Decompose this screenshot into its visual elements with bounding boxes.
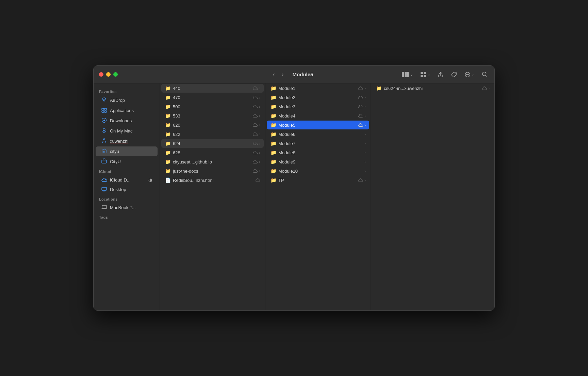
folder-icon: 📁: [165, 85, 171, 91]
folder-icon: 📁: [270, 177, 276, 183]
icloud-header: iCloud: [94, 167, 160, 175]
folder-icon: 📁: [165, 95, 171, 100]
forward-button[interactable]: ›: [280, 69, 286, 79]
folder-622[interactable]: 📁 622 ›: [161, 130, 264, 139]
svg-point-11: [468, 74, 469, 75]
folder-module7[interactable]: 📁 Module7 ›: [267, 139, 369, 148]
sidebar-item-CityU[interactable]: CityU: [96, 157, 158, 167]
downloads-icon: [101, 118, 107, 124]
CityU-icon: [101, 158, 107, 165]
folder-500[interactable]: 📁 500 ›: [161, 102, 264, 111]
on-my-mac-label: On My Mac: [110, 128, 152, 134]
close-button[interactable]: [99, 72, 103, 77]
svg-rect-3: [421, 72, 423, 74]
folder-module1[interactable]: 📁 Module1 ›: [267, 84, 369, 93]
folder-module5[interactable]: 📁 Module5 ›: [267, 121, 369, 129]
folder-icon: 📁: [165, 104, 171, 109]
sidebar-item-airdrop[interactable]: AirDrop: [96, 95, 158, 105]
folder-icon: 📁: [270, 168, 276, 174]
icloud-progress-icon: ◑: [148, 177, 152, 183]
minimize-button[interactable]: [106, 72, 111, 77]
sidebar-item-downloads[interactable]: Downloads: [96, 116, 158, 126]
folder-icon: 📁: [270, 131, 276, 137]
svg-rect-25: [102, 187, 107, 190]
folder-module8[interactable]: 📁 Module8 ›: [267, 148, 369, 157]
svg-line-13: [486, 75, 487, 77]
sidebar-item-xuwenzhi[interactable]: xuwenzhi: [96, 136, 158, 146]
cityu-icon: [101, 148, 107, 155]
applications-label: Applications: [110, 108, 152, 113]
svg-rect-1: [405, 72, 407, 77]
svg-point-14: [103, 100, 105, 101]
airdrop-icon: [101, 97, 107, 104]
folder-cs624[interactable]: 📁 cs624-in...xuwenzhi ›: [372, 84, 493, 93]
svg-rect-18: [104, 111, 107, 112]
folder-module4[interactable]: 📁 Module4 ›: [267, 111, 369, 120]
folder-icon: 📁: [270, 141, 276, 146]
svg-rect-22: [103, 151, 104, 153]
folder-470[interactable]: 📁 470 ›: [161, 93, 264, 102]
svg-rect-17: [102, 111, 104, 112]
folder-620[interactable]: 📁 620 ›: [161, 121, 264, 129]
columns-area: 📁 440 › 📁 470 › 📁: [160, 83, 494, 310]
svg-rect-23: [104, 151, 105, 153]
xuwenzhi-label: xuwenzhi: [110, 139, 152, 144]
svg-rect-4: [424, 72, 426, 74]
desktop-label: Desktop: [110, 187, 152, 192]
folder-icon: 📁: [376, 85, 382, 91]
folder-icon: 📁: [270, 159, 276, 164]
cityu-label: cityu: [110, 149, 152, 154]
svg-point-10: [467, 74, 468, 75]
file-redissou[interactable]: 📄 RedisSou...nzhi.html: [161, 176, 264, 185]
sidebar-item-macbook[interactable]: MacBook P...: [96, 203, 158, 212]
more-icon[interactable]: ⌄: [463, 70, 476, 79]
folder-module3[interactable]: 📁 Module3 ›: [267, 102, 369, 111]
downloads-label: Downloads: [110, 118, 152, 123]
column-1: 📁 440 › 📁 470 › 📁: [160, 83, 265, 310]
sidebar-item-icloud-drive[interactable]: iCloud D... ◑: [96, 175, 158, 185]
back-button[interactable]: ‹: [271, 69, 277, 79]
grid-view-icon[interactable]: ⌄: [419, 70, 432, 79]
airdrop-label: AirDrop: [110, 98, 152, 103]
CityU-label: CityU: [110, 159, 152, 164]
main-content: Favorites AirDrop: [94, 83, 494, 310]
folder-533[interactable]: 📁 533 ›: [161, 111, 264, 120]
search-icon[interactable]: [480, 70, 489, 79]
tag-icon[interactable]: [450, 70, 458, 79]
desktop-icon: [101, 187, 107, 192]
folder-module10[interactable]: 📁 Module10 ›: [267, 167, 369, 175]
folder-628[interactable]: 📁 628 ›: [161, 148, 264, 157]
folder-tp[interactable]: 📁 TP ›: [267, 176, 369, 185]
folder-cityuseat[interactable]: 📁 cityuseat....github.io ›: [161, 157, 264, 166]
share-icon[interactable]: [437, 70, 445, 79]
folder-624[interactable]: 📁 624 ›: [161, 139, 264, 148]
sidebar-item-cityu[interactable]: cityu: [96, 146, 158, 156]
folder-icon: 📁: [270, 150, 276, 155]
folder-440[interactable]: 📁 440 ›: [161, 84, 264, 93]
folder-icon: 📁: [270, 113, 276, 119]
on-my-mac-icon: [101, 128, 107, 134]
folder-module9[interactable]: 📁 Module9 ›: [267, 157, 369, 166]
sidebar-item-applications[interactable]: Applications: [96, 106, 158, 115]
folder-icon: 📁: [165, 131, 171, 137]
folder-module6[interactable]: 📁 Module6 ›: [267, 130, 369, 139]
folder-icon: 📁: [165, 113, 171, 119]
folder-icon: 📁: [270, 95, 276, 100]
sidebar-item-on-my-mac[interactable]: On My Mac: [96, 126, 158, 136]
svg-rect-26: [102, 205, 107, 208]
macbook-icon: [101, 205, 107, 210]
folder-icon: 📁: [165, 141, 171, 146]
doc-icon: 📄: [165, 177, 171, 183]
favorites-header: Favorites: [94, 87, 160, 95]
column-view-icon[interactable]: ⌄: [401, 70, 414, 79]
folder-just-the-docs[interactable]: 📁 just-the-docs ›: [161, 167, 264, 175]
svg-rect-2: [407, 72, 409, 77]
sidebar-item-desktop[interactable]: Desktop: [96, 185, 158, 194]
svg-rect-24: [102, 160, 107, 163]
icloud-drive-icon: [101, 177, 107, 183]
folder-module2[interactable]: 📁 Module2 ›: [267, 93, 369, 102]
svg-point-7: [455, 73, 456, 74]
folder-icon: 📁: [270, 85, 276, 91]
maximize-button[interactable]: [113, 72, 118, 77]
titlebar: ‹ › Module5 ⌄ ⌄: [94, 66, 494, 83]
